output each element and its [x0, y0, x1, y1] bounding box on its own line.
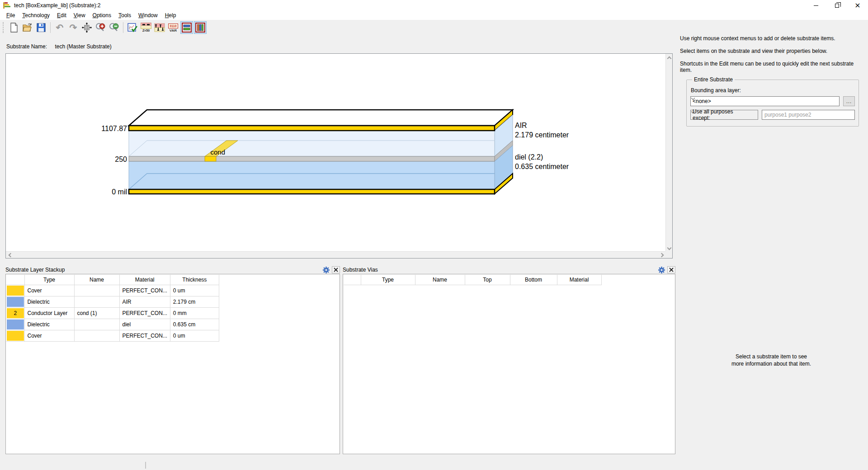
cell-type[interactable]: Cover — [24, 330, 74, 341]
menu-window[interactable]: Window — [135, 11, 161, 19]
new-file-button[interactable] — [8, 21, 20, 34]
scroll-right-icon[interactable] — [660, 253, 664, 257]
menu-options[interactable]: Options — [89, 11, 115, 19]
save-icon — [37, 23, 46, 32]
col-swatch[interactable] — [344, 275, 361, 285]
entire-substrate-group: Entire Substrate Bounding area layer: <n… — [686, 80, 859, 127]
cell-material[interactable]: PERFECT_CON... — [119, 307, 170, 319]
bounding-area-label: Bounding area layer: — [691, 87, 855, 94]
vias-settings-button[interactable] — [657, 266, 665, 273]
cell-material[interactable]: PERFECT_CON... — [119, 285, 170, 296]
menu-file[interactable]: File — [3, 11, 19, 19]
variables-icon: 0110 VAR — [168, 24, 178, 32]
table-row[interactable]: Cover PERFECT_CON... 0 um — [6, 285, 219, 296]
canvas-horizontal-scrollbar[interactable] — [6, 251, 665, 258]
col-thickness[interactable]: Thickness — [170, 275, 219, 285]
cell-type[interactable]: Conductor Layer — [24, 307, 74, 319]
cell-material[interactable]: diel — [119, 319, 170, 330]
cell-material[interactable]: PERFECT_CON... — [119, 330, 170, 341]
toolbar-drag-handle[interactable] — [3, 22, 5, 33]
menu-technology[interactable]: Technology — [19, 11, 53, 19]
undo-button[interactable]: ↶ — [53, 21, 66, 34]
instruction-line: Select items on the substrate and view t… — [680, 48, 863, 54]
vias-header-row: Type Name Top Bottom Material — [344, 275, 601, 285]
cell-type[interactable]: Cover — [24, 285, 74, 296]
layer-color-swatch: 2 — [7, 308, 24, 318]
col-top[interactable]: Top — [465, 275, 510, 285]
table-row[interactable]: Cover PERFECT_CON... 0 um — [6, 330, 219, 341]
substrate-canvas[interactable]: 1107.87 250 0 mil cond AIR 2.179 centime… — [5, 53, 673, 258]
vias-table-area[interactable]: Type Name Top Bottom Material — [343, 274, 675, 454]
instruction-line: Use right mouse context menus to add or … — [680, 35, 863, 42]
cell-name[interactable]: cond (1) — [74, 307, 119, 319]
layer-color-swatch — [7, 286, 24, 296]
col-material[interactable]: Material — [557, 275, 601, 285]
substrate-layer-view-toggle[interactable] — [180, 21, 193, 34]
bounding-area-select[interactable]: <none> — [690, 96, 840, 106]
check-technology-button[interactable] — [126, 21, 139, 34]
cell-material[interactable]: AIR — [119, 296, 170, 307]
cell-name[interactable] — [74, 330, 119, 341]
vias-close-button[interactable] — [667, 266, 675, 273]
cell-thickness[interactable]: 0 um — [170, 330, 219, 341]
cell-thickness[interactable]: 2.179 cm — [170, 296, 219, 307]
canvas-vertical-scrollbar[interactable] — [665, 54, 672, 252]
redo-button[interactable]: ↷ — [67, 21, 80, 34]
cell-name[interactable] — [74, 319, 119, 330]
col-name[interactable]: Name — [415, 275, 465, 285]
port-impedance-button[interactable]: Z=50 — [140, 21, 152, 34]
scroll-up-icon[interactable] — [667, 56, 671, 59]
save-button[interactable] — [35, 21, 47, 34]
table-row[interactable]: 2 Conductor Layer cond (1) PERFECT_CON..… — [6, 307, 219, 319]
stackup-panel-title: Substrate Layer Stackup — [5, 267, 65, 273]
purposes-mode-value: Use all purposes except: — [693, 108, 751, 121]
col-name[interactable]: Name — [74, 275, 119, 285]
menu-help[interactable]: Help — [161, 11, 180, 19]
cell-thickness[interactable]: 0 um — [170, 285, 219, 296]
stackup-close-button[interactable] — [332, 266, 340, 273]
cell-name[interactable] — [74, 285, 119, 296]
stackup-settings-button[interactable] — [322, 266, 330, 273]
purposes-input[interactable]: purpose1 purpose2 — [762, 110, 855, 120]
menu-tools[interactable]: Tools — [115, 11, 135, 19]
check-technology-icon — [127, 23, 137, 33]
variables-button[interactable]: 0110 VAR — [167, 21, 179, 34]
minimize-button[interactable] — [806, 0, 826, 11]
menu-view[interactable]: View — [70, 11, 89, 19]
cell-type[interactable]: Dielectric — [24, 296, 74, 307]
zoom-in-button[interactable] — [94, 21, 107, 34]
table-row[interactable]: Dielectric diel 0.635 cm — [6, 319, 219, 330]
restore-button[interactable] — [826, 0, 847, 11]
stackup-header-row: Type Name Material Thickness — [6, 275, 219, 285]
title-bar: tech [BoxExample_lib] (Substrate):2 × — [0, 0, 868, 11]
browse-button[interactable]: ... — [843, 96, 855, 106]
cell-type[interactable]: Dielectric — [24, 319, 74, 330]
stackup-editor-button[interactable] — [153, 21, 166, 34]
cell-thickness[interactable]: 0.635 cm — [170, 319, 219, 330]
instruction-line: Shortcuts in the Edit menu can be used t… — [680, 61, 863, 73]
substrate-layer-stackup-panel: Substrate Layer Stackup Type — [5, 266, 340, 454]
col-material[interactable]: Material — [119, 275, 170, 285]
menu-edit[interactable]: Edit — [53, 11, 70, 19]
stackup-table-area[interactable]: Type Name Material Thickness Cover PERFE… — [5, 274, 340, 454]
group-title: Entire Substrate — [692, 76, 735, 83]
close-button[interactable]: × — [847, 0, 868, 11]
col-swatch[interactable] — [6, 275, 24, 285]
col-bottom[interactable]: Bottom — [510, 275, 557, 285]
item-info-placeholder: Select a substrate item to see more info… — [680, 353, 863, 367]
toolbar: ↶ ↷ — [0, 20, 868, 35]
close-icon — [334, 268, 338, 272]
substrate-via-view-toggle[interactable] — [194, 21, 207, 34]
cell-thickness[interactable]: 0 mm — [170, 307, 219, 319]
pan-view-button[interactable] — [80, 21, 93, 34]
purposes-mode-select[interactable]: Use all purposes except: — [690, 110, 758, 120]
scroll-down-icon[interactable] — [667, 246, 671, 250]
col-type[interactable]: Type — [24, 275, 74, 285]
zoom-out-button[interactable] — [108, 21, 120, 34]
open-button[interactable] — [21, 21, 34, 34]
table-row[interactable]: Dielectric AIR 2.179 cm — [6, 296, 219, 307]
cell-name[interactable] — [74, 296, 119, 307]
close-icon: × — [854, 2, 860, 9]
col-type[interactable]: Type — [361, 275, 415, 285]
scroll-left-icon[interactable] — [8, 253, 11, 257]
